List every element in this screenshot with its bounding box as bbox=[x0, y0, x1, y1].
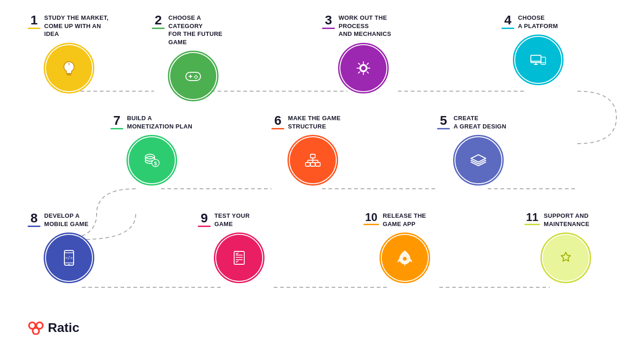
step-7-number-box: 7 bbox=[110, 114, 123, 129]
step-6-circle-outer bbox=[288, 135, 338, 186]
step-8-number: 8 bbox=[30, 212, 38, 225]
step-9-label: 9 TEST YOURGAME bbox=[198, 212, 281, 228]
step-6-underline bbox=[271, 128, 284, 129]
step-8-number-box: 8 bbox=[28, 212, 40, 227]
lightbulb-icon bbox=[57, 56, 81, 80]
structure-icon bbox=[301, 148, 325, 172]
step-5-underline bbox=[437, 128, 450, 129]
step-10-circle bbox=[382, 235, 428, 281]
step-7-label: 7 BUILD AMONETIZATION PLAN bbox=[110, 114, 193, 130]
step-5-text: CREATEA GREAT DESIGN bbox=[454, 114, 506, 130]
step-3-number: 3 bbox=[325, 14, 332, 27]
coins-icon: $ bbox=[140, 148, 164, 172]
step-7-underline bbox=[110, 128, 123, 129]
step-10-circle-outer bbox=[380, 233, 430, 283]
svg-point-23 bbox=[527, 48, 550, 71]
rocket-icon bbox=[393, 246, 417, 270]
layers-icon bbox=[466, 148, 490, 172]
step-8-circle: </> bbox=[46, 235, 92, 281]
checklist-icon bbox=[227, 246, 251, 270]
step-7-circle-outer: $ bbox=[126, 135, 177, 186]
step-3-text: WORK OUT THE PROCESSAND MECHANICS bbox=[339, 14, 405, 38]
step-3: 3 WORK OUT THE PROCESSAND MECHANICS bbox=[322, 14, 405, 93]
step-2-text: CHOOSE A CATEGORYFOR THE FUTURE GAME bbox=[168, 14, 235, 46]
step-6: 6 MAKE THE GAMESTRUCTURE bbox=[271, 114, 354, 186]
svg-point-63 bbox=[33, 328, 39, 334]
step-9-number-box: 9 bbox=[198, 212, 211, 227]
step-9-text: TEST YOURGAME bbox=[214, 212, 250, 228]
step-8-underline bbox=[28, 226, 40, 227]
step-7: 7 BUILD AMONETIZATION PLAN $ bbox=[110, 114, 193, 186]
step-2-circle bbox=[170, 53, 216, 99]
step-4: 4 CHOOSEA PLATFORM bbox=[501, 14, 575, 85]
step-6-circle bbox=[290, 137, 336, 183]
svg-point-19 bbox=[197, 76, 198, 78]
step-10: 10 RELEASE THEGAME APP bbox=[363, 212, 446, 283]
step-3-circle-outer bbox=[338, 43, 389, 93]
svg-point-31 bbox=[467, 149, 490, 172]
svg-point-58 bbox=[403, 257, 407, 261]
step-11-number: 11 bbox=[526, 212, 539, 223]
infographic: 1 STUDY THE MARKET,COME UP WITH AN IDEA bbox=[0, 0, 644, 349]
step-1-number: 1 bbox=[30, 14, 38, 27]
step-5: 5 CREATEA GREAT DESIGN bbox=[437, 114, 520, 186]
step-1-underline bbox=[28, 28, 40, 29]
step-10-label: 10 RELEASE THEGAME APP bbox=[363, 212, 446, 228]
step-2-circle-outer bbox=[168, 51, 218, 101]
step-1-circle bbox=[46, 45, 92, 91]
step-7-text: BUILD AMONETIZATION PLAN bbox=[127, 114, 192, 130]
svg-point-18 bbox=[196, 75, 197, 76]
svg-point-20 bbox=[194, 76, 196, 78]
step-11-circle-outer bbox=[540, 233, 591, 283]
svg-text:$: $ bbox=[154, 161, 157, 166]
step-5-circle-outer bbox=[453, 135, 504, 186]
gear-icon bbox=[351, 56, 375, 80]
step-11-label: 11 SUPPORT ANDMAINTENANCE bbox=[524, 212, 607, 228]
svg-point-41 bbox=[140, 149, 163, 172]
logo-icon bbox=[28, 321, 44, 335]
mobile-icon: </> bbox=[57, 246, 81, 270]
step-3-label: 3 WORK OUT THE PROCESSAND MECHANICS bbox=[322, 14, 405, 38]
step-7-circle: $ bbox=[129, 137, 175, 183]
step-3-circle bbox=[340, 45, 386, 91]
step-9-underline bbox=[198, 226, 211, 227]
step-8: 8 DEVELOP AMOBILE GAME </> bbox=[28, 212, 110, 283]
devices-icon bbox=[526, 48, 550, 72]
star-icon bbox=[554, 246, 578, 270]
logo-name: Ratic bbox=[48, 320, 79, 335]
step-11-underline bbox=[524, 224, 540, 225]
step-11-text: SUPPORT ANDMAINTENANCE bbox=[544, 212, 589, 228]
step-4-circle bbox=[515, 37, 561, 83]
step-4-label: 4 CHOOSEA PLATFORM bbox=[501, 14, 575, 30]
step-10-text: RELEASE THEGAME APP bbox=[383, 212, 426, 228]
step-1-text: STUDY THE MARKET,COME UP WITH AN IDEA bbox=[44, 14, 110, 38]
step-9-circle-outer bbox=[214, 233, 264, 283]
svg-point-52 bbox=[228, 246, 251, 269]
step-8-text: DEVELOP AMOBILE GAME bbox=[44, 212, 88, 228]
step-4-number-box: 4 bbox=[501, 14, 514, 29]
svg-point-60 bbox=[554, 246, 577, 269]
step-10-underline bbox=[363, 224, 379, 225]
step-7-number: 7 bbox=[113, 114, 121, 127]
step-11: 11 SUPPORT ANDMAINTENANCE bbox=[524, 212, 607, 283]
svg-point-30 bbox=[543, 64, 544, 64]
svg-point-14 bbox=[182, 64, 205, 87]
step-9-number: 9 bbox=[201, 212, 208, 225]
step-11-circle bbox=[543, 235, 589, 281]
step-3-number-box: 3 bbox=[322, 14, 335, 29]
step-2-number: 2 bbox=[155, 14, 162, 27]
step-6-text: MAKE THE GAMESTRUCTURE bbox=[288, 114, 340, 130]
svg-point-50 bbox=[69, 264, 69, 265]
step-6-label: 6 MAKE THE GAMESTRUCTURE bbox=[271, 114, 354, 130]
step-1-circle-outer bbox=[44, 43, 94, 93]
logo: Ratic bbox=[28, 320, 79, 335]
step-1: 1 STUDY THE MARKET,COME UP WITH AN IDEA bbox=[28, 14, 110, 93]
step-8-label: 8 DEVELOP AMOBILE GAME bbox=[28, 212, 110, 228]
step-5-circle bbox=[455, 137, 501, 183]
step-2-underline bbox=[152, 28, 165, 29]
step-1-number-box: 1 bbox=[28, 14, 40, 29]
step-10-number-box: 10 bbox=[363, 212, 379, 225]
gamepad-icon bbox=[181, 64, 205, 88]
step-9-circle bbox=[216, 235, 262, 281]
step-4-number: 4 bbox=[504, 14, 512, 27]
